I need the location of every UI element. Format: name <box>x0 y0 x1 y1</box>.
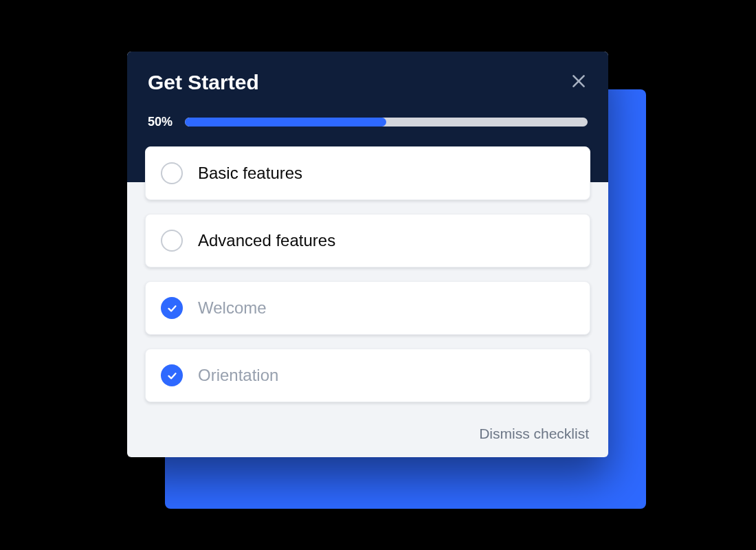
check-circle-icon <box>161 364 183 386</box>
get-started-panel: Get Started 50% Basic features Advanced … <box>127 52 608 457</box>
checklist-item-basic-features[interactable]: Basic features <box>145 146 590 200</box>
checklist-item-label: Basic features <box>198 164 302 183</box>
checklist-item-label: Welcome <box>198 298 267 318</box>
check-circle-icon <box>161 297 183 319</box>
close-button[interactable] <box>567 69 590 93</box>
progress-bar <box>185 118 588 126</box>
checklist-item-orientation[interactable]: Orientation <box>145 349 590 402</box>
progress-row: 50% <box>148 115 588 129</box>
circle-unchecked-icon <box>161 162 183 184</box>
dismiss-checklist-link[interactable]: Dismiss checklist <box>479 426 589 442</box>
checklist-items: Basic features Advanced features Welcome… <box>127 146 608 423</box>
checklist-item-welcome[interactable]: Welcome <box>145 281 590 335</box>
panel-footer: Dismiss checklist <box>127 423 608 457</box>
close-icon <box>570 72 588 90</box>
circle-unchecked-icon <box>161 230 183 252</box>
panel-title: Get Started <box>148 71 588 94</box>
checklist-item-advanced-features[interactable]: Advanced features <box>145 214 590 267</box>
checklist-item-label: Advanced features <box>198 231 335 250</box>
progress-bar-fill <box>185 118 386 126</box>
checklist-item-label: Orientation <box>198 366 278 385</box>
progress-percent-label: 50% <box>148 115 173 129</box>
